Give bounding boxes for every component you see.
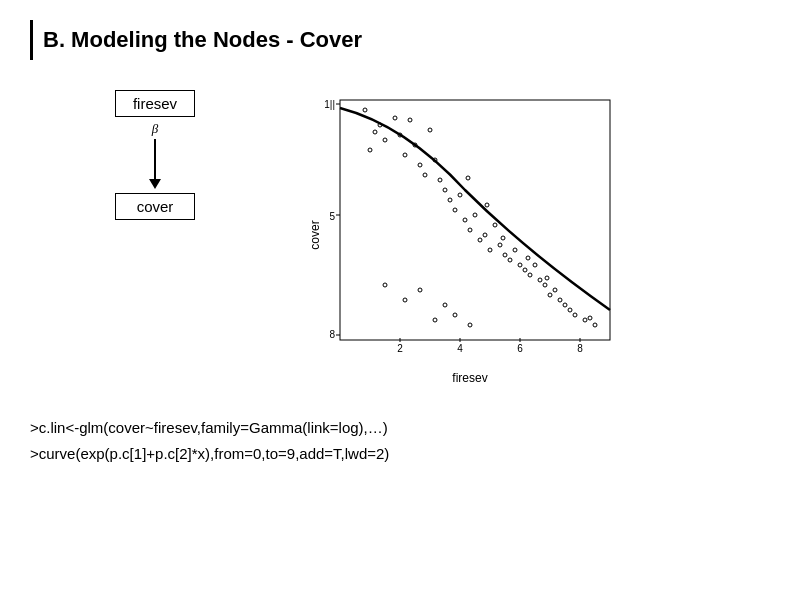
svg-text:1||: 1|| bbox=[325, 99, 335, 110]
title-left-bar bbox=[30, 20, 33, 60]
code-section: >c.lin<-glm(cover~firesev,family=Gamma(l… bbox=[30, 415, 764, 466]
node-diagram: firesev β cover bbox=[30, 80, 280, 385]
main-content: firesev β cover cover firesev 1|| 5 8 2 … bbox=[30, 80, 764, 385]
svg-rect-0 bbox=[340, 100, 610, 340]
page-title: B. Modeling the Nodes - Cover bbox=[43, 27, 362, 53]
svg-text:8: 8 bbox=[577, 343, 583, 354]
code-line-2: >curve(exp(p.c[1]+p.c[2]*x),from=0,to=9,… bbox=[30, 441, 764, 467]
svg-text:6: 6 bbox=[517, 343, 523, 354]
arrow-head bbox=[149, 179, 161, 189]
scatter-chart: cover firesev 1|| 5 8 2 4 6 8 bbox=[300, 85, 640, 385]
node-cover: cover bbox=[115, 193, 195, 220]
svg-text:4: 4 bbox=[457, 343, 463, 354]
svg-text:2: 2 bbox=[397, 343, 403, 354]
chart-svg: 1|| 5 8 2 4 6 8 bbox=[325, 90, 625, 370]
svg-text:5: 5 bbox=[329, 211, 335, 222]
node-firesev: firesev bbox=[115, 90, 195, 117]
arrow-line bbox=[154, 139, 156, 179]
beta-label: β bbox=[152, 121, 158, 137]
x-axis-label: firesev bbox=[452, 371, 487, 385]
y-axis-label: cover bbox=[308, 220, 322, 249]
title-section: B. Modeling the Nodes - Cover bbox=[30, 20, 764, 60]
arrow-section: β bbox=[149, 121, 161, 189]
code-line-1: >c.lin<-glm(cover~firesev,family=Gamma(l… bbox=[30, 415, 764, 441]
svg-text:8: 8 bbox=[329, 329, 335, 340]
